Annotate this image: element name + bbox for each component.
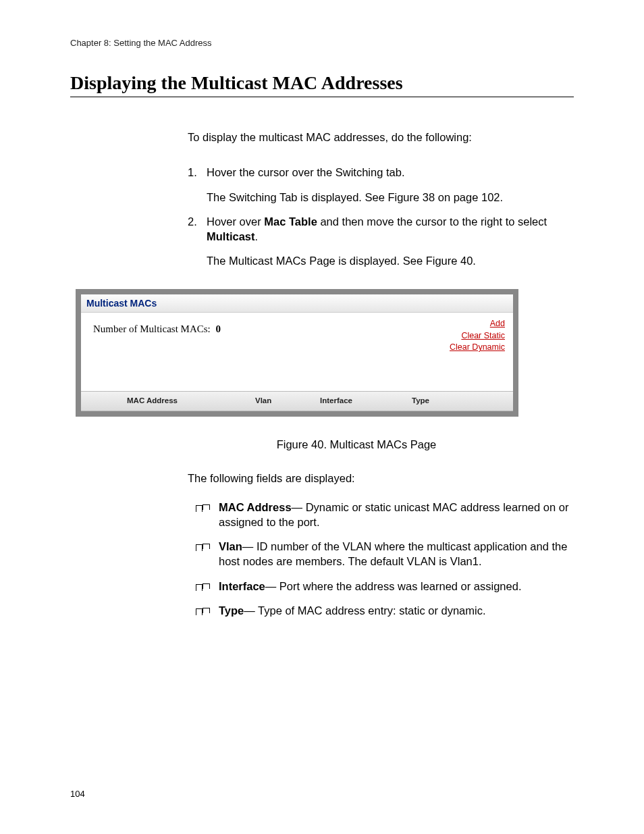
list-bullet-icon [196,603,219,618]
panel-table-header: MAC Address Vlan Interface Type [81,391,513,411]
field-term: Type [219,604,244,617]
field-desc: — Port where the address was learned or … [265,580,522,592]
add-link[interactable]: Add [450,318,505,330]
step-subtext: The Switching Tab is displayed. See Figu… [207,190,574,205]
step-text-bold: Multicast [207,230,255,242]
list-bullet-icon [196,539,219,569]
panel-count-value: 0 [216,323,221,334]
intro-paragraph: To display the multicast MAC addresses, … [188,130,574,145]
field-desc: — Type of MAC address entry: static or d… [244,604,485,617]
page-number: 104 [70,789,85,799]
fields-list: MAC Address— Dynamic or static unicast M… [196,500,574,619]
clear-dynamic-link[interactable]: Clear Dynamic [450,342,505,354]
multicast-macs-panel: Multicast MACs Number of Multicast MACs:… [76,289,518,417]
field-term: Vlan [219,540,242,552]
steps-list: 1. Hover the cursor over the Switching t… [188,165,574,268]
col-type: Type [406,392,513,411]
step-text-mid: and then move the cursor to the right to… [317,215,547,228]
step-text-bold: Mac Table [264,215,317,228]
col-mac-address: MAC Address [122,392,250,411]
step-text-pre: Hover over [207,215,264,228]
figure-caption: Figure 40. Multicast MACs Page [161,437,552,452]
field-term: Interface [219,580,265,592]
clear-static-link[interactable]: Clear Static [450,330,505,342]
col-vlan: Vlan [250,392,315,411]
step-text: Hover the cursor over the Switching tab. [207,166,404,178]
list-bullet-icon [196,579,219,594]
fields-intro: The following fields are displayed: [188,471,574,486]
panel-count-label: Number of Multicast MACs: [93,323,211,334]
field-term: MAC Address [219,501,292,513]
step-number: 1. [188,165,207,205]
step-number: 2. [188,214,207,269]
col-interface: Interface [315,392,406,411]
step-subtext: The Multicast MACs Page is displayed. Se… [207,253,574,268]
chapter-header: Chapter 8: Setting the MAC Address [70,38,574,48]
step-text-post: . [255,230,259,242]
field-desc: — ID number of the VLAN where the multic… [219,540,567,567]
list-bullet-icon [196,500,219,530]
page-title: Displaying the Multicast MAC Addresses [70,72,574,97]
panel-title: Multicast MACs [81,294,513,313]
